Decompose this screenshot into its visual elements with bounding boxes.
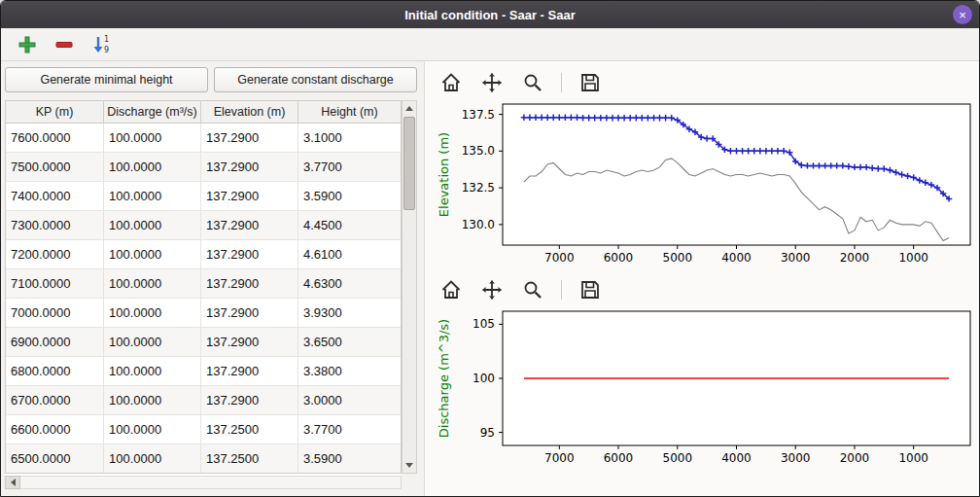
table-cell[interactable]: 137.2900	[201, 182, 298, 211]
table-row[interactable]: 7500.0000100.0000137.29003.7700	[6, 153, 401, 182]
table-cell[interactable]: 3.1000	[298, 124, 401, 153]
table-cell[interactable]: 7000.0000	[6, 299, 104, 328]
titlebar[interactable]: Initial condition - Saar - Saar ×	[1, 1, 979, 28]
save-icon	[578, 71, 602, 94]
save-button[interactable]	[578, 277, 603, 302]
table-row[interactable]: 7100.0000100.0000137.29004.6300	[6, 269, 401, 299]
table-cell[interactable]: 6800.0000	[6, 357, 104, 386]
save-button[interactable]	[578, 70, 603, 95]
table-cell[interactable]: 3.7700	[298, 415, 401, 444]
table-row[interactable]: 7000.0000100.0000137.29003.9300	[6, 299, 401, 328]
svg-text:7000: 7000	[544, 451, 575, 465]
table-cell[interactable]: 100.0000	[104, 386, 201, 415]
table-cell[interactable]: 100.0000	[104, 328, 201, 357]
pan-button[interactable]	[479, 70, 505, 95]
header-cell-discharge[interactable]: Discharge (m³/s)	[104, 100, 201, 124]
sort-descending-icon: 1 9	[90, 34, 112, 55]
table-row[interactable]: 7600.0000100.0000137.29003.1000	[6, 124, 401, 153]
vertical-scrollbar[interactable]	[402, 100, 417, 474]
table-cell[interactable]: 4.4500	[298, 211, 401, 240]
table-row[interactable]: 6700.0000100.0000137.29003.0000	[6, 386, 401, 415]
pan-button[interactable]	[479, 277, 505, 302]
remove-row-button[interactable]	[52, 32, 77, 57]
table-cell[interactable]: 100.0000	[104, 415, 201, 444]
table-cell[interactable]: 137.2900	[201, 386, 298, 415]
table-cell[interactable]: 100.0000	[104, 240, 201, 269]
scroll-thumb[interactable]	[403, 117, 415, 210]
table-cell[interactable]: 100.0000	[104, 153, 201, 182]
table-cell[interactable]: 4.6300	[298, 269, 401, 299]
table-cell[interactable]: 3.0000	[298, 386, 401, 415]
table-cell[interactable]: 100.0000	[104, 357, 201, 386]
table-cell[interactable]: 137.2500	[201, 415, 298, 444]
table-cell[interactable]: 3.9300	[298, 299, 401, 328]
table-cell[interactable]: 4.6100	[298, 240, 401, 269]
elevation-chart[interactable]: 7000600050004000300020001000130.0132.513…	[435, 98, 975, 268]
zoom-button[interactable]	[520, 277, 545, 302]
toolbar-separator	[561, 73, 562, 92]
table-cell[interactable]: 3.5900	[298, 182, 401, 211]
table-cell[interactable]: 100.0000	[104, 299, 201, 328]
discharge-chart[interactable]: 700060005000400030002000100095100105Disc…	[435, 305, 975, 469]
table-cell[interactable]: 100.0000	[104, 211, 201, 240]
table-cell[interactable]: 100.0000	[104, 444, 201, 474]
horizontal-scroll-track[interactable]	[20, 476, 402, 489]
table-cell[interactable]: 7200.0000	[6, 240, 104, 269]
table-cell[interactable]: 100.0000	[104, 124, 201, 153]
table-cell[interactable]: 7600.0000	[6, 124, 104, 153]
table-cell[interactable]: 137.2900	[201, 328, 298, 357]
table-cell[interactable]: 137.2900	[201, 299, 298, 328]
table-row[interactable]: 6800.0000100.0000137.29003.3800	[6, 357, 401, 386]
sort-button[interactable]: 1 9	[88, 32, 114, 57]
svg-text:3000: 3000	[781, 251, 811, 265]
home-button[interactable]	[438, 277, 464, 302]
header-cell-height[interactable]: Height (m)	[298, 100, 402, 124]
magnifier-icon	[521, 278, 544, 302]
vertical-scroll-track[interactable]	[402, 116, 416, 458]
table-cell[interactable]: 6600.0000	[6, 415, 104, 444]
minus-icon	[53, 34, 75, 55]
table-cell[interactable]: 137.2900	[201, 211, 298, 240]
table-cell[interactable]: 7300.0000	[6, 211, 104, 240]
table-cell[interactable]: 100.0000	[104, 182, 201, 211]
scroll-up-button[interactable]	[402, 101, 416, 116]
table-cell[interactable]: 137.2900	[201, 153, 298, 182]
table-row[interactable]: 7200.0000100.0000137.29004.6100	[6, 240, 401, 269]
header-cell-elevation[interactable]: Elevation (m)	[201, 100, 298, 124]
svg-text:3000: 3000	[781, 451, 811, 465]
table-cell[interactable]: 6900.0000	[6, 328, 104, 357]
table-cell[interactable]: 137.2900	[201, 357, 298, 386]
svg-text:1: 1	[104, 35, 109, 44]
zoom-button[interactable]	[520, 70, 545, 95]
scroll-left-button[interactable]	[5, 476, 20, 489]
move-icon	[480, 71, 504, 94]
generate-constant-discharge-button[interactable]: Generate constant discharge	[214, 67, 417, 92]
table-cell[interactable]: 7400.0000	[6, 182, 104, 211]
table-cell[interactable]: 137.2500	[201, 444, 298, 474]
table-cell[interactable]: 7500.0000	[6, 153, 104, 182]
horizontal-scrollbar[interactable]	[5, 476, 402, 489]
table-row[interactable]: 6900.0000100.0000137.29003.6500	[6, 328, 401, 357]
table-cell[interactable]: 137.2900	[201, 124, 298, 153]
table-cell[interactable]: 3.6500	[298, 328, 401, 357]
add-row-button[interactable]	[15, 32, 40, 57]
table-cell[interactable]: 3.3800	[298, 357, 401, 386]
table-cell[interactable]: 100.0000	[104, 269, 201, 299]
table-cell[interactable]: 7100.0000	[6, 269, 104, 299]
table-row[interactable]: 6500.0000100.0000137.25003.5900	[6, 444, 401, 474]
close-button[interactable]: ×	[953, 5, 972, 24]
table-row[interactable]: 7400.0000100.0000137.29003.5900	[6, 182, 401, 211]
table-cell[interactable]: 3.7700	[298, 153, 401, 182]
table-cell[interactable]: 137.2900	[201, 240, 298, 269]
table-cell[interactable]: 6500.0000	[6, 444, 104, 474]
header-cell-kp[interactable]: KP (m)	[5, 100, 104, 124]
table-row[interactable]: 6600.0000100.0000137.25003.7700	[6, 415, 401, 444]
table-cell[interactable]: 6700.0000	[6, 386, 104, 415]
table-row[interactable]: 7300.0000100.0000137.29004.4500	[6, 211, 401, 240]
scroll-down-button[interactable]	[402, 458, 416, 473]
table-cell[interactable]: 137.2900	[201, 269, 298, 299]
table-cell[interactable]: 3.5900	[298, 444, 401, 474]
home-button[interactable]	[438, 70, 464, 95]
generate-minimal-height-button[interactable]: Generate minimal height	[5, 67, 208, 92]
svg-text:5000: 5000	[663, 451, 693, 465]
